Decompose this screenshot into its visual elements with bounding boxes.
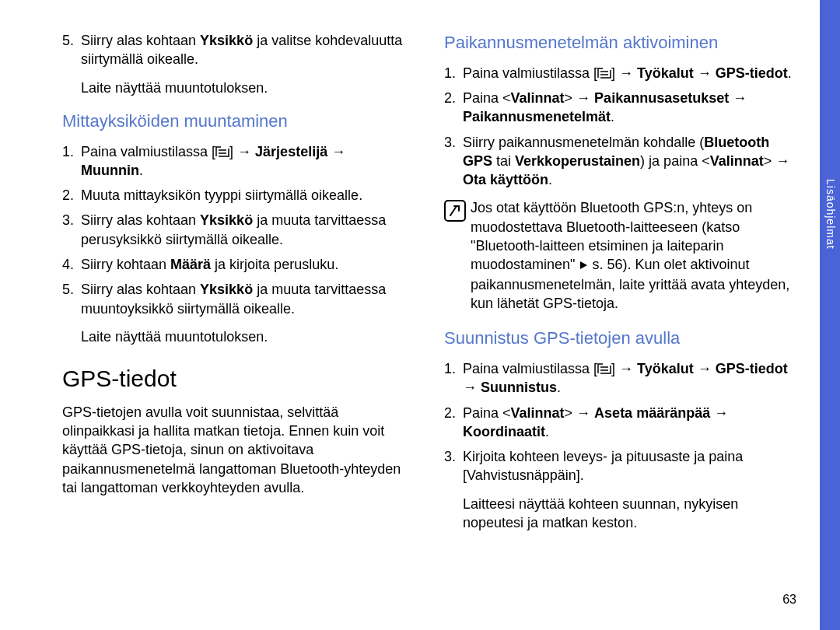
step-number: 1. bbox=[62, 142, 81, 180]
menu-key-icon bbox=[597, 65, 611, 75]
step-text: Paina <Valinnat> → Paikannusasetukset → … bbox=[463, 89, 793, 127]
step-number: 1. bbox=[444, 64, 463, 82]
list-item: 5. Siirry alas kohtaan Yksikkö ja valits… bbox=[62, 31, 411, 69]
result-text: Laite näyttää muuntotuloksen. bbox=[62, 327, 411, 346]
list-item: 3. Siirry alas kohtaan Yksikkö ja muuta … bbox=[62, 211, 411, 249]
list-item: 3. Kirjoita kohteen leveys- ja pituusast… bbox=[444, 447, 793, 485]
note-text: Jos otat käyttöön Bluetooth GPS:n, yhtey… bbox=[471, 198, 793, 313]
note-icon bbox=[444, 200, 466, 222]
step-number: 3. bbox=[62, 211, 81, 249]
step-text: Muuta mittayksikön tyyppi siirtymällä oi… bbox=[81, 186, 411, 205]
step-text: Siirry alas kohtaan Yksikkö ja muuta tar… bbox=[81, 280, 411, 318]
list-item: 1. Paina valmiustilassa [] → Työkalut → … bbox=[444, 64, 793, 82]
menu-key-icon bbox=[597, 360, 611, 371]
activate-positioning-steps: 1. Paina valmiustilassa [] → Työkalut → … bbox=[444, 64, 793, 190]
left-column: 5. Siirry alas kohtaan Yksikkö ja valits… bbox=[62, 31, 411, 540]
triangle-right-icon bbox=[579, 256, 588, 275]
list-item: 3. Siirry paikannusmenetelmän kohdalle (… bbox=[444, 133, 793, 190]
svg-marker-0 bbox=[580, 261, 587, 269]
step-number: 2. bbox=[444, 404, 463, 442]
menu-key-icon bbox=[215, 143, 229, 154]
heading-unit-conversion: Mittayksiköiden muuntaminen bbox=[62, 110, 411, 133]
navigate-gps-steps: 1. Paina valmiustilassa [] → Työkalut → … bbox=[444, 359, 793, 485]
step-number: 3. bbox=[444, 447, 463, 485]
result-text: Laite näyttää muuntotuloksen. bbox=[62, 79, 411, 97]
unit-conversion-steps: 1. Paina valmiustilassa [] → Järjestelij… bbox=[62, 142, 411, 318]
step-text: Siirry alas kohtaan Yksikkö ja muuta tar… bbox=[81, 211, 411, 249]
heading-navigate-gps: Suunnistus GPS-tietojen avulla bbox=[444, 327, 793, 350]
step-text: Paina valmiustilassa [] → Työkalut → GPS… bbox=[463, 64, 793, 82]
step-text: Paina valmiustilassa [] → Järjestelijä →… bbox=[81, 142, 411, 180]
list-item: 2. Paina <Valinnat> → Paikannusasetukset… bbox=[444, 89, 793, 127]
step-number: 1. bbox=[444, 359, 463, 397]
heading-activate-positioning: Paikannusmenetelmän aktivoiminen bbox=[444, 31, 793, 54]
list-item: 1. Paina valmiustilassa [] → Työkalut → … bbox=[444, 359, 793, 397]
currency-steps-continued: 5. Siirry alas kohtaan Yksikkö ja valits… bbox=[62, 31, 411, 69]
step-text: Paina <Valinnat> → Aseta määränpää → Koo… bbox=[463, 404, 793, 442]
step-text: Kirjoita kohteen leveys- ja pituusaste j… bbox=[463, 447, 793, 485]
gps-intro-text: GPS-tietojen avulla voit suunnistaa, sel… bbox=[62, 403, 411, 497]
step-number: 5. bbox=[62, 280, 81, 318]
step-text: Paina valmiustilassa [] → Työkalut → GPS… bbox=[463, 359, 793, 397]
list-item: 2. Muuta mittayksikön tyyppi siirtymällä… bbox=[62, 186, 411, 205]
page-number: 63 bbox=[782, 593, 796, 607]
step-text: Siirry paikannusmenetelmän kohdalle (Blu… bbox=[463, 133, 793, 190]
side-label: Lisäohjelmat bbox=[824, 179, 837, 250]
note-box: Jos otat käyttöön Bluetooth GPS:n, yhtey… bbox=[444, 198, 793, 313]
side-tab bbox=[820, 0, 840, 630]
step-number: 2. bbox=[62, 186, 81, 205]
list-item: 5. Siirry alas kohtaan Yksikkö ja muuta … bbox=[62, 280, 411, 318]
note-icon-wrap bbox=[444, 198, 471, 313]
two-column-layout: 5. Siirry alas kohtaan Yksikkö ja valits… bbox=[62, 31, 793, 540]
step-number: 4. bbox=[62, 255, 81, 274]
step-text: Siirry alas kohtaan Yksikkö ja valitse k… bbox=[81, 31, 411, 69]
manual-page: 5. Siirry alas kohtaan Yksikkö ja valits… bbox=[0, 0, 840, 630]
step-number: 5. bbox=[62, 31, 81, 69]
list-item: 4. Siirry kohtaan Määrä ja kirjoita peru… bbox=[62, 255, 411, 274]
list-item: 2. Paina <Valinnat> → Aseta määränpää → … bbox=[444, 404, 793, 442]
right-column: Paikannusmenetelmän aktivoiminen 1. Pain… bbox=[444, 31, 793, 540]
list-item: 1. Paina valmiustilassa [] → Järjestelij… bbox=[62, 142, 411, 180]
heading-gps-data: GPS-tiedot bbox=[62, 363, 411, 395]
step-number: 3. bbox=[444, 133, 463, 190]
step-number: 2. bbox=[444, 89, 463, 127]
step-text: Siirry kohtaan Määrä ja kirjoita peruslu… bbox=[81, 255, 411, 274]
result-text: Laitteesi näyttää kohteen suunnan, nykyi… bbox=[444, 495, 793, 533]
